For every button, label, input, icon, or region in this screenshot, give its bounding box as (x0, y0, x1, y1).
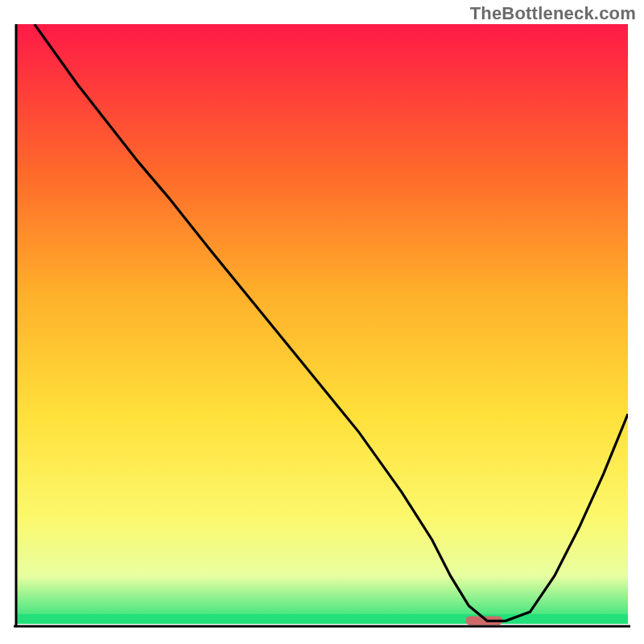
chart-stage: TheBottleneck.com (0, 0, 644, 644)
baseline-green-band (16, 614, 628, 624)
watermark-label: TheBottleneck.com (470, 3, 636, 24)
bottleneck-chart (0, 0, 644, 644)
gradient-background (16, 24, 628, 624)
